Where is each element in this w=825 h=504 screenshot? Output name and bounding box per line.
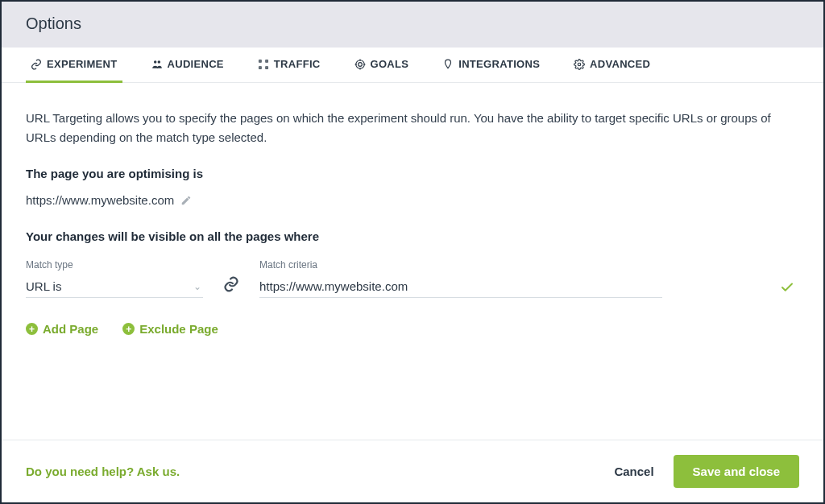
tab-label: GOALS	[371, 58, 409, 70]
match-type-value: URL is	[26, 279, 61, 293]
add-page-button[interactable]: + Add Page	[26, 322, 98, 336]
cancel-button[interactable]: Cancel	[614, 465, 653, 478]
plus-icon: +	[122, 323, 135, 335]
link-icon	[31, 59, 42, 70]
tab-label: TRAFFIC	[274, 58, 321, 70]
goals-icon	[354, 59, 366, 70]
exclude-page-button[interactable]: + Exclude Page	[122, 322, 218, 336]
tab-experiment[interactable]: EXPERIMENT	[26, 48, 122, 83]
integrations-icon	[442, 59, 454, 70]
gear-icon	[574, 59, 585, 70]
tab-label: INTEGRATIONS	[458, 58, 540, 70]
match-type-select[interactable]: URL is ⌄	[26, 275, 203, 298]
match-criteria-input[interactable]	[259, 275, 662, 298]
svg-point-6	[355, 60, 364, 68]
svg-point-0	[153, 60, 156, 64]
chevron-down-icon: ⌄	[193, 281, 201, 292]
tab-advanced[interactable]: ADVANCED	[569, 48, 655, 83]
options-dialog: Options EXPERIMENT AUDIENCE TRAFFIC GOAL…	[0, 0, 825, 504]
svg-rect-5	[266, 66, 267, 68]
plus-icon: +	[26, 323, 38, 335]
svg-rect-3	[266, 60, 267, 61]
chain-icon	[219, 272, 243, 296]
tab-label: EXPERIMENT	[47, 58, 118, 70]
tab-traffic[interactable]: TRAFFIC	[253, 48, 325, 83]
exclude-page-label: Exclude Page	[139, 322, 218, 336]
edit-url-button[interactable]	[180, 195, 192, 206]
svg-point-7	[358, 62, 362, 66]
tab-integrations[interactable]: INTEGRATIONS	[437, 48, 545, 83]
criteria-row: Match type URL is ⌄ Match criteria	[26, 259, 799, 298]
content-area: URL Targeting allows you to specify the …	[2, 83, 823, 440]
tab-audience[interactable]: AUDIENCE	[147, 48, 229, 83]
dialog-title: Options	[2, 2, 823, 48]
audience-icon	[151, 59, 163, 70]
footer: Do you need help? Ask us. Cancel Save an…	[2, 440, 823, 502]
tab-label: AUDIENCE	[168, 58, 224, 70]
changes-heading: Your changes will be visible on all the …	[26, 229, 799, 243]
description-text: URL Targeting allows you to specify the …	[26, 109, 799, 147]
help-link[interactable]: Do you need help? Ask us.	[26, 465, 180, 478]
tab-label: ADVANCED	[590, 58, 650, 70]
match-type-label: Match type	[26, 259, 203, 271]
svg-point-12	[578, 63, 581, 66]
svg-rect-2	[259, 60, 261, 61]
tab-bar: EXPERIMENT AUDIENCE TRAFFIC GOALS INTEGR…	[2, 48, 823, 83]
svg-point-1	[157, 60, 160, 64]
tab-goals[interactable]: GOALS	[350, 48, 414, 83]
traffic-icon	[258, 59, 269, 70]
valid-check-icon	[780, 280, 794, 295]
page-heading: The page you are optimising is	[26, 167, 799, 180]
match-criteria-label: Match criteria	[259, 259, 799, 271]
add-page-label: Add Page	[43, 322, 98, 336]
svg-rect-4	[259, 66, 261, 68]
save-and-close-button[interactable]: Save and close	[674, 455, 799, 488]
page-url-text: https://www.mywebsite.com	[26, 193, 174, 207]
